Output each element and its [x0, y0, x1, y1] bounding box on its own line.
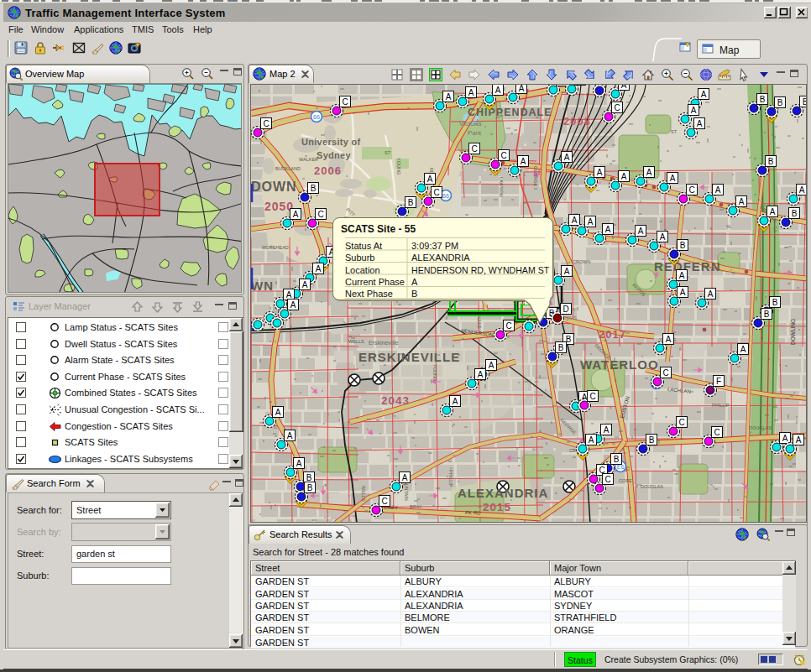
svg-text:WN: WN: [251, 279, 274, 293]
svg-text:66: 66: [313, 114, 320, 120]
svg-text:B: B: [311, 184, 317, 193]
svg-text:WELLS: WELLS: [361, 486, 366, 502]
svg-text:C: C: [688, 185, 694, 195]
svg-text:A: A: [799, 185, 805, 195]
svg-text:A: A: [296, 459, 302, 468]
svg-text:C: C: [678, 418, 684, 427]
svg-text:B: B: [558, 343, 564, 352]
svg-text:C: C: [589, 392, 595, 401]
svg-text:C: C: [662, 368, 668, 378]
svg-text:B: B: [306, 473, 312, 482]
svg-text:A: A: [286, 290, 292, 300]
svg-text:A: A: [708, 289, 714, 299]
svg-text:A: A: [521, 157, 526, 166]
svg-text:Erskineville: Erskineville: [369, 340, 399, 346]
svg-text:B: B: [792, 209, 798, 218]
svg-text:DOWLING: DOWLING: [790, 319, 796, 345]
svg-text:A: A: [796, 435, 802, 445]
svg-text:Victoria: Victoria: [459, 120, 482, 128]
svg-text:A: A: [782, 434, 788, 443]
svg-text:C: C: [714, 428, 719, 437]
svg-text:PHILLIP: PHILLIP: [712, 403, 730, 408]
svg-text:C: C: [263, 119, 269, 128]
svg-text:WATERLOO: WATERLOO: [580, 357, 659, 372]
svg-text:GEORGE: GEORGE: [533, 166, 538, 186]
svg-text:LAWSON: LAWSON: [499, 177, 504, 197]
svg-text:2015: 2015: [483, 501, 511, 513]
svg-text:D: D: [562, 305, 568, 314]
svg-text:C: C: [505, 321, 511, 331]
svg-text:A: A: [293, 210, 299, 219]
svg-text:A: A: [495, 86, 501, 95]
svg-text:C: C: [433, 188, 439, 197]
svg-text:A: A: [691, 106, 697, 115]
svg-text:A: A: [489, 361, 494, 370]
svg-text:C: C: [471, 144, 477, 154]
svg-text:2050: 2050: [264, 200, 294, 213]
svg-text:B: B: [777, 98, 783, 107]
svg-text:C: C: [381, 497, 387, 506]
svg-text:PK RD: PK RD: [465, 510, 481, 516]
svg-text:DOUGLAS: DOUGLAS: [749, 425, 772, 430]
svg-text:A: A: [697, 119, 703, 128]
svg-text:A: A: [715, 185, 721, 195]
svg-text:F: F: [716, 377, 721, 386]
svg-text:A: A: [621, 85, 627, 90]
svg-text:A: A: [564, 153, 570, 162]
svg-text:A: A: [275, 408, 281, 417]
svg-text:C: C: [500, 151, 506, 160]
svg-text:BRAY: BRAY: [410, 504, 422, 509]
svg-text:A: A: [427, 175, 433, 184]
svg-text:University of: University of: [301, 137, 361, 147]
svg-text:DOUGLAS: DOUGLAS: [641, 484, 663, 489]
svg-text:A: A: [453, 397, 458, 406]
svg-text:A: A: [316, 264, 322, 273]
svg-text:Sydney: Sydney: [317, 150, 352, 160]
svg-text:BUCKLAND: BUCKLAND: [275, 166, 301, 171]
svg-text:A: A: [666, 335, 672, 344]
svg-text:B: B: [768, 157, 774, 166]
svg-text:B: B: [680, 241, 686, 250]
svg-text:A: A: [290, 300, 296, 310]
svg-text:DOWN: DOWN: [251, 180, 297, 194]
svg-text:A: A: [446, 92, 452, 102]
svg-text:A: A: [604, 425, 610, 435]
svg-text:2017: 2017: [599, 328, 626, 341]
svg-text:B: B: [649, 435, 655, 445]
svg-text:B: B: [803, 97, 807, 107]
svg-text:C: C: [342, 97, 348, 107]
svg-text:A: A: [638, 227, 644, 236]
svg-text:A: A: [588, 217, 594, 227]
svg-text:YOUNG: YOUNG: [432, 364, 437, 381]
svg-text:A: A: [564, 267, 570, 276]
svg-text:A: A: [478, 370, 484, 379]
svg-text:2006: 2006: [314, 164, 342, 177]
svg-text:ST: ST: [385, 150, 391, 155]
svg-text:A: A: [572, 216, 578, 225]
svg-text:A: A: [701, 90, 707, 99]
svg-text:COPE: COPE: [619, 478, 632, 483]
svg-text:B: B: [307, 483, 313, 492]
svg-text:ST: ST: [671, 129, 678, 134]
svg-text:A: A: [660, 232, 666, 242]
svg-text:2043: 2043: [381, 394, 410, 407]
svg-text:A: A: [605, 225, 611, 234]
svg-text:CROWN: CROWN: [573, 259, 590, 264]
svg-text:Park: Park: [468, 129, 482, 137]
svg-text:ERSKINEVILLE: ERSKINEVILLE: [358, 350, 460, 364]
svg-text:A: A: [646, 168, 652, 177]
svg-text:A: A: [559, 85, 565, 86]
svg-text:PHILLIP: PHILLIP: [448, 470, 453, 487]
svg-text:A: A: [468, 88, 474, 97]
svg-text:B: B: [408, 198, 414, 207]
svg-text:A: A: [670, 174, 676, 183]
svg-text:YOUNG: YOUNG: [396, 158, 401, 175]
svg-text:A: A: [679, 271, 685, 280]
svg-text:A: A: [402, 473, 408, 482]
svg-text:A: A: [739, 197, 745, 206]
svg-text:2008: 2008: [563, 115, 591, 128]
svg-text:A: A: [740, 345, 746, 354]
svg-text:A: A: [770, 207, 776, 216]
svg-text:WELLS: WELLS: [348, 339, 364, 344]
svg-text:A: A: [287, 431, 293, 440]
